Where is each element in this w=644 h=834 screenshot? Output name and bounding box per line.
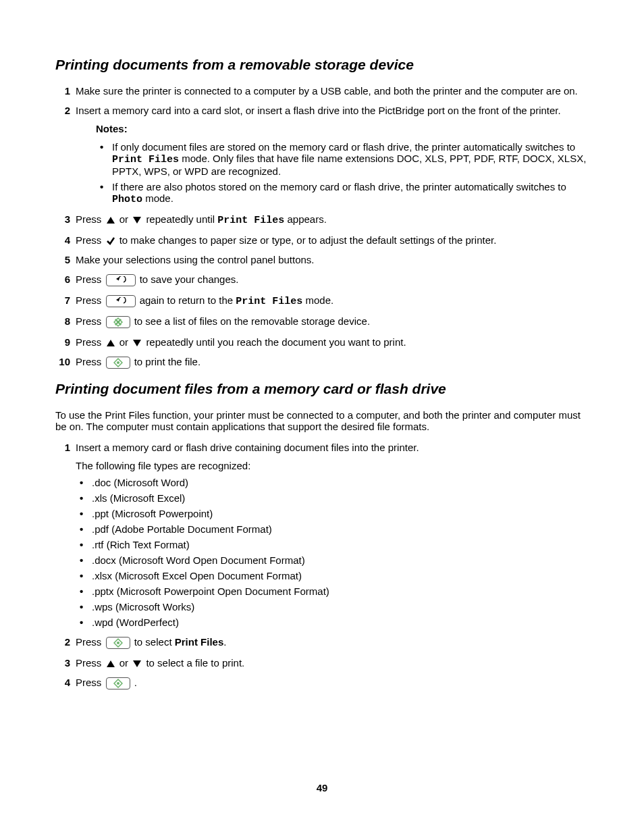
down-arrow-icon [132, 660, 142, 668]
step-8: 8 Press to see a list of files on the re… [55, 315, 589, 328]
up-arrow-icon [106, 216, 115, 224]
notes-list: If only document files are stored on the… [96, 141, 589, 205]
section1-title: Printing documents from a removable stor… [55, 57, 589, 73]
step-6: 6 Press to save your changes. [55, 273, 589, 286]
step-text: Insert a memory card or flash drive cont… [76, 442, 419, 453]
step-1: 1 Make sure the printer is connected to … [55, 85, 589, 97]
down-arrow-icon [132, 216, 142, 224]
svg-marker-1 [133, 217, 141, 224]
step-text: Insert a memory card into a card slot, o… [76, 105, 561, 116]
mode-name: Print Files [112, 154, 179, 165]
step-3: 3 Press or repeatedly until Print Files … [55, 213, 589, 226]
file-types-intro: The following file types are recognized: [76, 460, 589, 471]
file-type-item: .xls (Microsoft Excel) [76, 492, 589, 504]
svg-marker-2 [116, 278, 119, 281]
step-2: 2 Press to select Print Files. [55, 636, 589, 649]
note-item: If there are also photos stored on the m… [96, 181, 589, 205]
section2-title: Printing document files from a memory ca… [55, 381, 589, 397]
file-type-item: .docx (Microsoft Word Open Document Form… [76, 554, 589, 566]
file-type-item: .pdf (Adobe Portable Document Format) [76, 523, 589, 535]
file-type-item: .wps (Microsoft Works) [76, 601, 589, 613]
document-page: Printing documents from a removable stor… [0, 0, 644, 834]
back-button-icon [106, 274, 136, 286]
start-button-icon [106, 357, 130, 369]
svg-marker-16 [133, 660, 141, 667]
svg-point-18 [117, 682, 119, 685]
section2-intro: To use the Print Files function, your pr… [55, 409, 589, 432]
mode-name: Photo [112, 194, 142, 205]
step-9: 9 Press or repeatedly until you reach th… [55, 336, 589, 348]
file-type-item: .xlsx (Microsoft Excel Open Document For… [76, 570, 589, 581]
file-type-item: .pptx (Microsoft Powerpoint Open Documen… [76, 585, 589, 597]
step-text: Make your selections using the control p… [76, 254, 315, 265]
start-button-icon [106, 637, 130, 649]
step-2: 2 Insert a memory card into a card slot,… [55, 105, 589, 205]
svg-marker-0 [107, 217, 115, 224]
step-7: 7 Press again to return to the Print Fil… [55, 294, 589, 307]
file-type-item: .ppt (Microsoft Powerpoint) [76, 508, 589, 519]
file-type-item: .rtf (Rich Text Format) [76, 539, 589, 550]
start-button-icon [106, 316, 130, 328]
svg-marker-9 [107, 340, 115, 346]
step-10: 10 Press to print the file. [50, 356, 589, 369]
svg-point-12 [117, 361, 119, 364]
section1-steps: 1 Make sure the printer is connected to … [55, 85, 589, 369]
svg-point-14 [117, 642, 119, 644]
start-button-icon [106, 677, 130, 689]
section2-steps: 1 Insert a memory card or flash drive co… [55, 442, 589, 689]
mode-name-bold: Print Files [175, 636, 224, 648]
step-5: 5 Make your selections using the control… [55, 254, 589, 265]
file-types-list: .doc (Microsoft Word) .xls (Microsoft Ex… [76, 477, 589, 628]
mode-name: Print Files [236, 296, 302, 307]
step-1: 1 Insert a memory card or flash drive co… [55, 442, 589, 628]
down-arrow-icon [132, 339, 142, 347]
back-button-icon [106, 295, 136, 307]
step-4: 4 Press . [55, 677, 589, 689]
mode-name: Print Files [217, 215, 284, 226]
notes-label: Notes: [96, 123, 589, 134]
step-3: 3 Press or to select a file to print. [55, 657, 589, 669]
svg-marker-15 [107, 660, 115, 667]
svg-marker-3 [116, 298, 119, 302]
step-4: 4 Press to make changes to paper size or… [55, 234, 589, 246]
up-arrow-icon [106, 660, 115, 668]
step-text: Make sure the printer is connected to a … [76, 85, 578, 97]
file-type-item: .wpd (WordPerfect) [76, 617, 589, 628]
page-number: 49 [0, 782, 644, 793]
file-type-item: .doc (Microsoft Word) [76, 477, 589, 488]
svg-marker-10 [133, 340, 141, 346]
svg-point-8 [117, 321, 119, 323]
note-item: If only document files are stored on the… [96, 141, 589, 177]
up-arrow-icon [106, 339, 115, 347]
check-icon [106, 236, 115, 246]
